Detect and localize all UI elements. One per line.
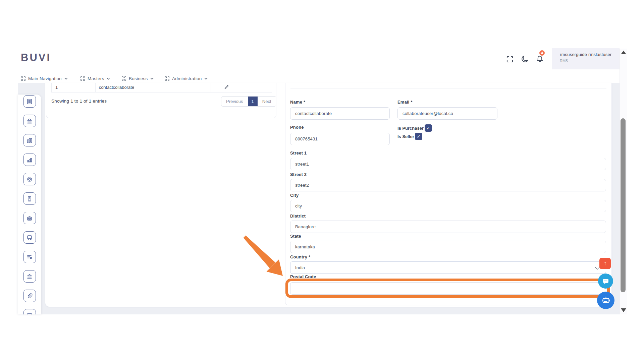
grid-menu-icon — [122, 76, 126, 81]
chevron-down-icon — [64, 77, 68, 80]
form-top-divider — [290, 88, 606, 88]
robot-icon — [601, 296, 610, 305]
chevron-down-icon — [107, 77, 110, 80]
table-row[interactable]: 1 contactcollaborate — [51, 83, 272, 93]
edit-pencil-icon[interactable] — [224, 84, 229, 90]
chatbot-assistant-button[interactable] — [597, 292, 614, 309]
sidebar-item-bank[interactable] — [23, 115, 36, 127]
pagination-next-button[interactable]: Next — [258, 97, 276, 106]
nav-administration[interactable]: Administration — [165, 74, 208, 83]
nav-label: Administration — [172, 76, 202, 81]
nav-label: Masters — [88, 76, 104, 81]
city-label: City — [290, 193, 299, 198]
brand-logo: BUVI — [21, 52, 51, 64]
sidebar-item-list-clipped[interactable] — [23, 309, 36, 314]
scrollbar-thumb[interactable] — [621, 118, 626, 292]
row-name-cell: contactcollaborate — [96, 83, 211, 92]
table-summary: Showing 1 to 1 of 1 entries — [51, 99, 107, 104]
grid-menu-icon — [21, 76, 25, 81]
chat-bubble-icon — [602, 278, 609, 285]
phone-label: Phone — [290, 125, 304, 130]
sidebar-item-bank-institution[interactable] — [23, 270, 36, 283]
city-input[interactable] — [290, 200, 606, 212]
user-menu[interactable]: rmsuserguide rmslastuser RMS — [552, 48, 620, 69]
paperclip-icon — [26, 293, 33, 299]
email-label: Email * — [397, 100, 413, 105]
briefcase-icon — [26, 215, 33, 222]
row-sno-cell: 1 — [52, 83, 96, 92]
is-seller-checkbox[interactable]: ✓ — [415, 133, 422, 140]
sidebar-item-bar-chart[interactable] — [23, 154, 36, 166]
user-name: rmsuserguide rmslastuser — [560, 52, 620, 57]
scroll-to-top-button[interactable]: ↑ — [599, 258, 611, 269]
is-seller-label: Is Seller — [397, 134, 414, 139]
dark-mode-button[interactable] — [520, 54, 530, 64]
list-icon — [26, 312, 33, 315]
mobile-device-icon — [26, 195, 33, 202]
moon-icon — [521, 55, 529, 63]
fullscreen-icon — [506, 55, 514, 63]
nav-label: Business — [129, 76, 148, 81]
country-label: Country * — [290, 254, 310, 259]
nav-label: Main Navigation — [28, 76, 62, 81]
street2-input[interactable] — [290, 179, 606, 191]
sidebar-item-mobile-device[interactable] — [23, 192, 36, 205]
notification-count-badge: 4 — [539, 50, 545, 56]
chat-settings-icon — [26, 234, 33, 241]
street1-label: Street 1 — [290, 150, 307, 156]
is-purchaser-checkbox[interactable]: ✓ — [425, 124, 432, 132]
is-purchaser-label: Is Purchaser — [397, 126, 424, 131]
gear-icon — [26, 176, 33, 183]
form-document-icon — [26, 98, 33, 105]
fullscreen-button[interactable] — [505, 54, 515, 64]
district-input[interactable] — [290, 221, 606, 233]
state-input[interactable] — [290, 241, 606, 253]
email-input[interactable] — [397, 107, 497, 120]
district-label: District — [290, 214, 306, 219]
bank-icon — [26, 273, 33, 280]
sidebar-item-chat-settings[interactable] — [23, 231, 36, 244]
street1-input[interactable] — [290, 158, 606, 170]
country-select[interactable] — [290, 261, 606, 274]
scrollbar-down-arrow[interactable] — [621, 308, 626, 312]
postal-code-label: Postal Code — [290, 274, 316, 279]
sidebar-item-briefcase[interactable] — [23, 212, 36, 224]
pagination-previous-button[interactable]: Previous — [221, 97, 248, 106]
chevron-down-icon — [150, 77, 154, 80]
bank-icon — [26, 118, 33, 124]
sidebar-item-attachment[interactable] — [23, 290, 36, 302]
sidebar-item-settings[interactable] — [23, 173, 36, 185]
contacts-table-panel: 1 contactcollaborate Showing 1 to 1 of 1… — [46, 83, 276, 118]
pagination: Previous 1 Next — [221, 96, 276, 107]
state-label: State — [290, 234, 301, 239]
pagination-page-1-button[interactable]: 1 — [248, 97, 258, 106]
sidebar-icon-rail — [18, 95, 41, 314]
bar-chart-icon — [26, 157, 33, 163]
name-label: Name * — [290, 100, 305, 105]
scrollbar-up-arrow[interactable] — [621, 51, 626, 54]
chevron-down-icon — [204, 77, 208, 80]
sidebar-item-list-settings[interactable] — [23, 251, 36, 263]
street2-label: Street 2 — [290, 172, 307, 177]
grid-menu-icon — [165, 76, 169, 81]
name-input[interactable] — [290, 107, 390, 120]
nav-business[interactable]: Business — [122, 74, 154, 83]
postal-code-input[interactable] — [290, 282, 606, 295]
nav-masters[interactable]: Masters — [80, 74, 110, 83]
nav-main-navigation[interactable]: Main Navigation — [21, 74, 68, 83]
sidebar-item-office-buildings[interactable] — [23, 134, 36, 146]
office-buildings-icon — [26, 137, 33, 144]
sidebar-item-form-document[interactable] — [23, 95, 36, 108]
phone-input[interactable] — [290, 133, 390, 145]
grid-menu-icon — [80, 76, 85, 81]
chat-support-button[interactable] — [598, 274, 613, 289]
user-role: RMS — [560, 59, 620, 63]
list-settings-icon — [26, 254, 33, 260]
